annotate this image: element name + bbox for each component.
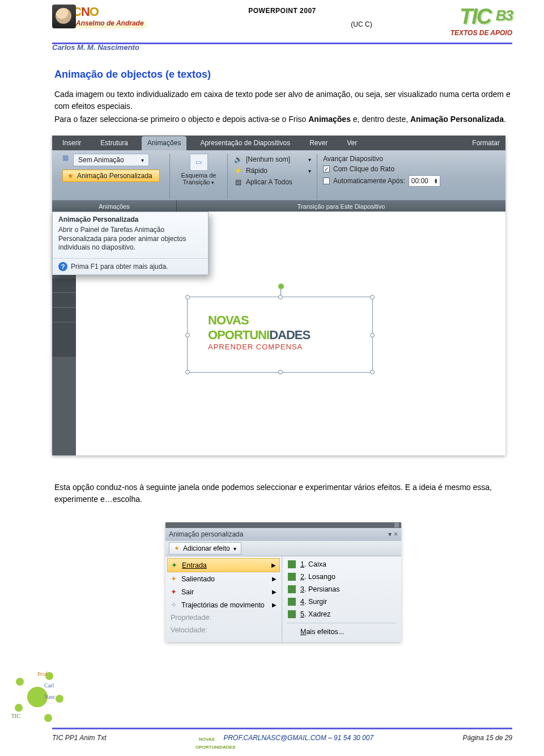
slide-thumb[interactable]: [52, 278, 76, 292]
menu-item-sair[interactable]: ✦ Sair ▶: [167, 585, 280, 598]
ribbon-group-advance: Avançar Diapositivo ✓Com Clique do Rato …: [317, 154, 487, 199]
effect-persianas[interactable]: 3. Persianas: [282, 583, 401, 595]
footer-right: Página 15 de 29: [463, 734, 512, 742]
menu-item-salientado[interactable]: ✦ Salientado ▶: [167, 572, 280, 585]
group-title: Animações: [52, 200, 177, 213]
effect-caixa[interactable]: 1. Caixa: [282, 558, 401, 571]
footer-center: NOVASOPORTUNIDADES PROF.CARLNASC@GMAIL.C…: [107, 734, 463, 742]
tab-apresentacao[interactable]: Apresentação de Diapositivos: [194, 136, 296, 150]
menu-item-entrada[interactable]: ✦ Entrada ▶: [167, 558, 280, 572]
star-icon: ✧: [171, 601, 177, 609]
speed-label: Velocidade:: [167, 624, 280, 636]
tooltip-body: Abrir o Painel de Tarefas Animação Perso…: [53, 226, 208, 258]
page-header: CNO Anselmo de Andrade POWERPOINT 2007 (…: [52, 5, 512, 44]
body-text: Para o fazer selecciona-se primeiro o ob…: [54, 113, 512, 125]
tab-inserir[interactable]: Inserir: [57, 136, 87, 150]
author-name: Carlos M. M. Nascimento: [52, 43, 512, 52]
apply-all-icon: ▤: [233, 178, 243, 187]
dropdown-icon[interactable]: ▾: [388, 530, 392, 538]
advance-slide-label: Avançar Diapositivo: [323, 155, 383, 163]
resize-handle[interactable]: [278, 295, 283, 299]
footer-left: TIC PP1 Anim Txt: [52, 734, 107, 742]
resize-handle[interactable]: [370, 370, 375, 374]
effect-icon: [288, 560, 296, 568]
scroll-up-icon: [394, 523, 399, 527]
novas-logo: NOVAS OPORTUNIDADES APRENDER COMPENSA: [208, 313, 372, 351]
effect-losango[interactable]: 2. Losango: [282, 571, 401, 583]
page-footer: TIC PP1 Anim Txt NOVASOPORTUNIDADES PROF…: [52, 728, 512, 742]
slide-thumb[interactable]: [52, 308, 76, 322]
speed-icon: ⚡: [233, 166, 243, 175]
star-icon: ★: [67, 172, 74, 180]
effect-icon: [288, 573, 296, 581]
effect-xadrez[interactable]: 5. Xadrez: [282, 608, 401, 620]
custom-animation-button[interactable]: ★ Animação Personalizada: [62, 170, 160, 182]
resize-handle[interactable]: [185, 295, 190, 299]
tic-logo: TIC B3: [460, 5, 512, 28]
ribbon-screenshot: Inserir Estrutura Animações Apresentação…: [52, 136, 505, 455]
tab-animacoes[interactable]: Animações: [142, 136, 186, 150]
star-icon: ✦: [174, 544, 180, 552]
resize-handle[interactable]: [370, 295, 375, 299]
resize-handle[interactable]: [185, 333, 190, 337]
tab-estrutura[interactable]: Estrutura: [95, 136, 134, 150]
menu-item-trajectorias[interactable]: ✧ Trajectórias de movimento ▶: [167, 598, 280, 611]
body-text: Cada imagem ou texto individualizado em …: [54, 88, 512, 112]
selected-object[interactable]: NOVAS OPORTUNIDADES APRENDER COMPENSA: [187, 297, 373, 373]
prop-label: Propriedade:: [167, 611, 280, 624]
close-icon[interactable]: ×: [394, 530, 398, 538]
slide-canvas: Animação Personalizada Abrir o Painel de…: [52, 212, 505, 455]
tab-rever[interactable]: Rever: [304, 136, 333, 150]
chevron-down-icon: ▾: [233, 546, 236, 552]
effect-icon: [288, 598, 296, 606]
chevron-down-icon: ▾: [141, 157, 144, 163]
tab-ver[interactable]: Ver: [341, 136, 363, 150]
rotate-handle[interactable]: [278, 284, 284, 289]
animation-dropdown[interactable]: Sem Animação▾: [73, 154, 149, 166]
submenu-arrow-icon: ▶: [271, 562, 276, 568]
animation-pane-screenshot: Animação personalizada ▾× ✦ Adicionar ef…: [165, 522, 401, 642]
profcarlnasc-logo: Prof Carl Nasc TIC: [11, 671, 68, 722]
body-text: Esta opção conduz-nos à seguinte janela …: [54, 482, 512, 505]
preview-icon: ▦: [62, 154, 69, 162]
auto-after-time[interactable]: 00:00▴▾: [409, 175, 440, 187]
effect-more[interactable]: Mais efeitos...: [282, 626, 401, 638]
checkbox-auto-after[interactable]: [323, 178, 330, 184]
effect-category-menu: ✦ Entrada ▶ ✦ Salientado ▶ ✦ Sair ▶: [165, 556, 282, 642]
effect-icon: [288, 610, 296, 618]
ribbon-group-transition-scheme: ▭ Esquema de Transição ▾: [170, 154, 228, 199]
pane-titlebar: Animação personalizada ▾×: [165, 528, 401, 540]
resize-handle[interactable]: [370, 333, 375, 337]
star-icon: ✦: [171, 588, 177, 596]
group-title: Transição para Este Diapositivo: [177, 200, 505, 213]
slide-thumb[interactable]: [52, 323, 76, 357]
checkbox-mouse-click[interactable]: ✓: [323, 166, 330, 172]
effect-submenu: 1. Caixa 2. Losango 3. Persianas 4. Surg…: [282, 556, 401, 642]
submenu-arrow-icon: ▶: [272, 589, 277, 595]
submenu-arrow-icon: ▶: [272, 576, 277, 582]
chevron-down-icon: ▾: [211, 180, 214, 185]
tooltip-title: Animação Personalizada: [53, 212, 208, 226]
help-icon: ?: [58, 262, 67, 271]
ribbon-tabs: Inserir Estrutura Animações Apresentação…: [52, 136, 505, 150]
ribbon-group-animations: ▦ Sem Animação▾ ★ Animação Personalizada: [57, 154, 170, 199]
effect-icon: [288, 585, 296, 593]
chevron-down-icon: ▾: [308, 168, 311, 174]
section-heading: Animação de objectos (e textos): [54, 69, 512, 81]
doc-title: POWERPOINT 2007: [52, 7, 512, 15]
transition-thumb[interactable]: ▭: [190, 154, 208, 171]
tooltip: Animação Personalizada Abrir o Painel de…: [52, 212, 209, 275]
submenu-arrow-icon: ▶: [272, 602, 277, 608]
tab-formatar[interactable]: Formatar: [466, 136, 505, 150]
add-effect-button[interactable]: ✦ Adicionar efeito ▾: [169, 542, 241, 555]
chevron-down-icon: ▾: [308, 157, 311, 163]
resize-handle[interactable]: [278, 370, 283, 374]
slide-thumb[interactable]: [52, 293, 76, 307]
sound-icon: 🔊: [233, 155, 243, 164]
resize-handle[interactable]: [185, 370, 190, 374]
tooltip-help: Prima F1 para obter mais ajuda.: [71, 263, 168, 271]
ribbon-group-sound: 🔊[Nenhum som] ▾ ⚡Rápido ▾ ▤Aplicar A Tod…: [228, 154, 317, 199]
star-icon: ✦: [171, 575, 177, 583]
effect-surgir[interactable]: 4. Surgir: [282, 595, 401, 608]
star-icon: ✦: [171, 561, 177, 569]
